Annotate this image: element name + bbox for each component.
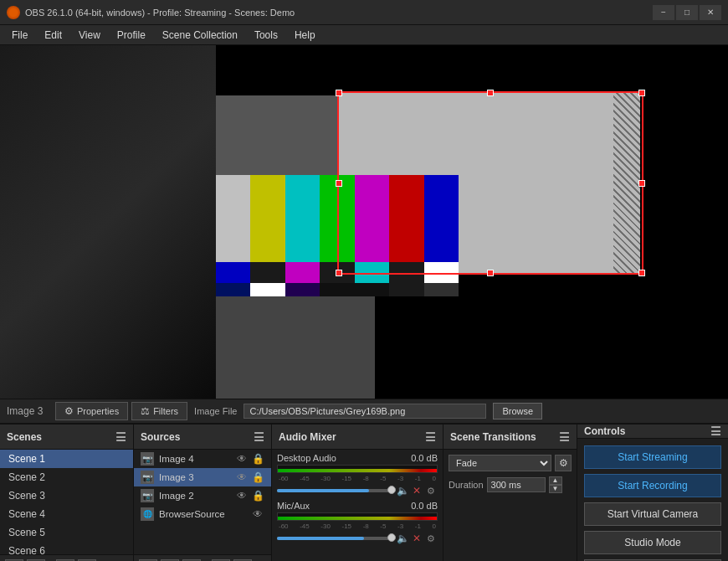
start-streaming-button[interactable]: Start Streaming [584, 445, 721, 469]
source-item[interactable]: 📷 Image 3 👁 🔒 [134, 468, 271, 486]
scene-item[interactable]: Scene 6 [0, 542, 133, 554]
preview-canvas [0, 45, 728, 399]
duration-spinner: ▲ ▼ [549, 476, 562, 493]
mixer-menu-icon[interactable]: ☰ [425, 430, 436, 444]
desktop-audio-settings-button[interactable]: ⚙ [424, 484, 438, 497]
source-lock-image3[interactable]: 🔒 [251, 471, 264, 484]
transitions-title: Scene Transitions [450, 431, 536, 443]
transitions-panel-header: Scene Transitions ☰ [443, 425, 577, 450]
source-bar: Image 3 ⚙ Properties ⚖ Filters Image Fil… [0, 399, 728, 424]
scene-item[interactable]: Scene 5 [0, 523, 133, 542]
titlebar-controls: − □ ✕ [653, 5, 721, 20]
bar-magenta [355, 175, 389, 262]
scene-item[interactable]: Scene 3 [0, 486, 133, 505]
scenes-title: Scenes [7, 431, 42, 443]
start-virtual-camera-button[interactable]: Start Virtual Camera [584, 502, 721, 526]
mic-volume-knob[interactable] [387, 533, 396, 542]
transitions-content: Fade ⚙ Duration ▲ ▼ [443, 450, 577, 561]
stripe-s1 [216, 283, 250, 296]
duration-increment-button[interactable]: ▲ [549, 476, 562, 485]
stripe-s2 [250, 283, 285, 296]
source-label-image3: Image 3 [159, 472, 194, 482]
menu-edit[interactable]: Edit [36, 27, 70, 44]
minimize-button[interactable]: − [653, 5, 674, 20]
bar-yellow [250, 175, 285, 262]
source-label-image4: Image 4 [159, 454, 194, 464]
mixer-scale-row-2: -60 -45 -30 -15 -8 -5 -3 -1 0 [277, 522, 438, 530]
bottom-panels: Scenes ☰ Scene 1 Scene 2 Scene 3 Scene 4… [0, 424, 728, 561]
source-lock-image4[interactable]: 🔒 [251, 452, 264, 466]
source-actions: 👁 🔒 [235, 452, 264, 466]
desktop-volume-fill [277, 489, 369, 492]
titlebar-title: OBS 26.1.0 (64-bit, windows) - Profile: … [25, 8, 295, 18]
menu-scene-collection[interactable]: Scene Collection [154, 27, 246, 44]
mic-aux-meter [277, 512, 438, 521]
scene-item[interactable]: Scene 1 [0, 450, 133, 468]
mic-aux-db: 0.0 dB [411, 501, 438, 511]
source-visibility-image2[interactable]: 👁 [235, 489, 249, 502]
source-actions: 👁 [251, 507, 264, 521]
bar-b6 [389, 262, 423, 284]
source-item[interactable]: 📷 Image 4 👁 🔒 [134, 450, 271, 468]
file-path-display: C:/Users/OBS/Pictures/Grey169B.png [244, 404, 486, 419]
scenes-panel: Scenes ☰ Scene 1 Scene 2 Scene 3 Scene 4… [0, 425, 134, 561]
audio-mixer-panel: Audio Mixer ☰ Desktop Audio 0.0 dB -60 -… [272, 425, 443, 561]
filters-tab[interactable]: ⚖ Filters [131, 402, 187, 420]
controls-menu-icon[interactable]: ☰ [710, 425, 721, 438]
desktop-volume-slider[interactable] [277, 489, 392, 492]
transition-gear-button[interactable]: ⚙ [555, 455, 572, 471]
bar-b4 [320, 262, 354, 284]
mic-volume-slider[interactable] [277, 537, 392, 540]
source-visibility-image3[interactable]: 👁 [235, 471, 249, 484]
mixer-scale-row: -60 -45 -30 -15 -8 -5 -3 -1 0 [277, 475, 438, 482]
desktop-volume-knob[interactable] [387, 486, 396, 494]
menu-view[interactable]: View [70, 27, 109, 44]
transitions-menu-icon[interactable]: ☰ [559, 430, 570, 444]
hatch-overlay [613, 93, 640, 273]
mic-mute-button[interactable]: 🔈 [396, 532, 409, 545]
bar-green [320, 175, 354, 262]
obs-icon [7, 6, 20, 19]
desktop-mute-button[interactable]: 🔈 [396, 484, 409, 497]
sources-menu-icon[interactable]: ☰ [254, 430, 264, 444]
menu-help[interactable]: Help [286, 27, 324, 44]
maximize-button[interactable]: □ [676, 5, 698, 20]
menu-tools[interactable]: Tools [246, 27, 286, 44]
source-thumb-browser: 🌐 [141, 507, 154, 521]
properties-icon: ⚙ [64, 405, 74, 417]
scene-item[interactable]: Scene 4 [0, 505, 133, 523]
scenes-list: Scene 1 Scene 2 Scene 3 Scene 4 Scene 5 … [0, 450, 133, 554]
start-recording-button[interactable]: Start Recording [584, 474, 721, 497]
menu-profile[interactable]: Profile [109, 27, 154, 44]
bar-red [389, 175, 423, 262]
mic-audio-settings-button[interactable]: ⚙ [424, 532, 438, 545]
source-actions: 👁 🔒 [235, 471, 264, 484]
duration-input[interactable] [487, 477, 546, 492]
file-type-label: Image File [194, 406, 237, 416]
duration-decrement-button[interactable]: ▼ [549, 485, 562, 493]
bar-b3 [285, 262, 320, 284]
source-visibility-browser[interactable]: 👁 [251, 507, 264, 521]
studio-mode-button[interactable]: Studio Mode [584, 531, 721, 554]
close-button[interactable]: ✕ [700, 5, 721, 20]
stripe-s6 [389, 283, 423, 296]
dark-background [0, 45, 216, 399]
controls-content: Start Streaming Start Recording Start Vi… [577, 439, 728, 561]
scenes-menu-icon[interactable]: ☰ [115, 430, 126, 444]
menu-file[interactable]: File [3, 27, 36, 44]
mixer-content: Desktop Audio 0.0 dB -60 -45 -30 -15 -8 … [272, 450, 443, 561]
mic-volume-fill [277, 537, 364, 540]
source-label-browser: BrowserSource [159, 509, 225, 519]
sources-panel-header: Sources ☰ [134, 425, 271, 450]
browse-button[interactable]: Browse [493, 403, 542, 419]
transition-type-select[interactable]: Fade [449, 455, 551, 471]
source-item[interactable]: 📷 Image 2 👁 🔒 [134, 486, 271, 505]
source-visibility-image4[interactable]: 👁 [235, 452, 249, 466]
desktop-audio-db: 0.0 dB [411, 453, 438, 463]
duration-row: Duration ▲ ▼ [449, 476, 572, 493]
grey-band [216, 95, 340, 175]
properties-tab[interactable]: ⚙ Properties [55, 402, 128, 420]
source-item[interactable]: 🌐 BrowserSource 👁 [134, 505, 271, 523]
source-lock-image2[interactable]: 🔒 [251, 489, 264, 502]
scene-item[interactable]: Scene 2 [0, 468, 133, 486]
